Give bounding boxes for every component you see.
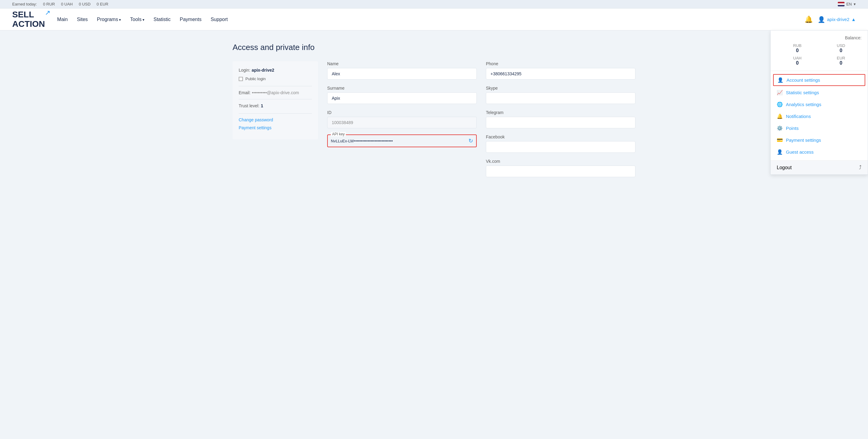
balance-usd-value: 0 (820, 48, 862, 53)
menu-notifications-label: Notifications (786, 114, 811, 119)
balance-rub-value: 0 (777, 48, 818, 53)
nav-payments[interactable]: Payments (180, 17, 202, 22)
content-grid: Login: apix-drive2 Public login Email: •… (232, 61, 636, 183)
chevron-down-icon: ▾ (854, 2, 856, 6)
main-nav: Main Sites Programs Tools Statistic Paym… (57, 17, 228, 22)
balance-title: Balance: (777, 35, 862, 40)
notification-bell-icon[interactable]: 🔔 (805, 15, 813, 24)
logo-text-action: ACTION (12, 20, 45, 29)
nav-main[interactable]: Main (57, 17, 68, 22)
menu-analytics-settings-label: Analytics settings (786, 102, 821, 107)
facebook-field-group: Facebook (486, 134, 636, 153)
right-panel: Phone Skype Telegram Facebook Vk.com (486, 61, 636, 183)
menu-statistic-settings[interactable]: 📈 Statistic settings (771, 87, 868, 98)
logo-text-sell: SELL (12, 10, 34, 20)
public-login-checkbox[interactable] (239, 77, 243, 81)
earned-uah: 0 UAH (61, 2, 73, 6)
menu-payment-settings[interactable]: 💳 Payment settings (771, 134, 868, 146)
phone-label: Phone (486, 61, 636, 66)
facebook-label: Facebook (486, 134, 636, 139)
id-input (327, 117, 477, 128)
email-label: Email: (239, 90, 251, 95)
phone-input[interactable] (486, 68, 636, 79)
statistic-settings-icon: 📈 (777, 90, 783, 95)
balance-uah-currency: UAH (777, 56, 818, 60)
menu-account-settings-label: Account settings (786, 77, 820, 82)
balance-eur-currency: EUR (820, 56, 862, 60)
menu-guest-access[interactable]: 👤 Guest access (771, 146, 868, 158)
earned-label: Earned today: (12, 2, 37, 6)
vk-input[interactable] (486, 166, 636, 177)
account-settings-icon: 👤 (777, 77, 783, 83)
left-panel: Login: apix-drive2 Public login Email: •… (232, 61, 318, 139)
logout-section[interactable]: Logout ⤴ (771, 160, 868, 174)
trust-value: 1 (261, 103, 263, 108)
balance-eur-value: 0 (820, 60, 862, 66)
menu-account-settings[interactable]: 👤 Account settings (773, 74, 865, 86)
dropdown-menu-list: 👤 Account settings 📈 Statistic settings … (771, 71, 868, 160)
nav-tools[interactable]: Tools (130, 17, 144, 22)
menu-guest-access-label: Guest access (786, 149, 814, 155)
refresh-api-key-icon[interactable]: ↻ (468, 137, 473, 144)
nav-sites[interactable]: Sites (77, 17, 88, 22)
logout-label: Logout (777, 165, 792, 170)
payment-settings-icon: 💳 (777, 137, 783, 143)
points-icon: ⚙️ (777, 125, 783, 131)
menu-analytics-settings[interactable]: 🌐 Analytics settings (771, 98, 868, 110)
api-key-input-row: ↻ (328, 135, 476, 147)
telegram-label: Telegram (486, 110, 636, 115)
id-label: ID (327, 110, 477, 115)
header: SELL ACTION ↗ Main Sites Programs Tools … (0, 8, 868, 31)
skype-input[interactable] (486, 92, 636, 104)
vk-label: Vk.com (486, 159, 636, 164)
balance-usd: USD 0 (820, 43, 862, 53)
analytics-settings-icon: 🌐 (777, 102, 783, 107)
login-value: apix-drive2 (252, 68, 274, 73)
user-menu-button[interactable]: 👤 apix-drive2 ▲ (818, 16, 856, 23)
menu-points[interactable]: ⚙️ Points (771, 122, 868, 134)
divider-2 (239, 99, 312, 99)
change-password-link[interactable]: Change password (239, 117, 312, 122)
surname-field-group: Surname (327, 86, 477, 104)
api-key-input[interactable] (331, 139, 468, 143)
balance-usd-currency: USD (820, 43, 862, 48)
trust-row: Trust level: 1 (239, 103, 312, 108)
surname-label: Surname (327, 86, 477, 91)
earnings-row: Earned today: 0 RUR 0 UAH 0 USD 0 EUR (12, 2, 108, 6)
id-field-group: ID (327, 110, 477, 128)
nav-support[interactable]: Support (211, 17, 228, 22)
logo-arrow-icon: ↗ (45, 9, 50, 17)
email-value: ••••••••••@apix-drive.com (252, 90, 299, 95)
facebook-input[interactable] (486, 141, 636, 153)
logo[interactable]: SELL ACTION ↗ (12, 10, 45, 29)
menu-points-label: Points (786, 126, 799, 131)
logout-icon: ⤴ (859, 164, 862, 171)
phone-field-group: Phone (486, 61, 636, 79)
divider-1 (239, 86, 312, 86)
balance-section: Balance: RUB 0 USD 0 UAH 0 EUR (771, 31, 868, 71)
main-content: Access and private info Login: apix-driv… (220, 31, 648, 195)
api-key-label: API key (331, 132, 346, 136)
payment-settings-link[interactable]: Payment settings (239, 125, 312, 130)
menu-notifications[interactable]: 🔔 Notifications (771, 110, 868, 122)
name-field-group: Name (327, 61, 477, 79)
divider-3 (239, 113, 312, 114)
balance-uah-value: 0 (777, 60, 818, 66)
guest-access-icon: 👤 (777, 149, 783, 155)
earned-eur: 0 EUR (97, 2, 108, 6)
nav-programs[interactable]: Programs (97, 17, 121, 22)
name-input[interactable] (327, 68, 477, 79)
skype-label: Skype (486, 86, 636, 91)
nav-statistic[interactable]: Statistic (154, 17, 170, 22)
public-login-row: Public login (239, 76, 312, 81)
surname-input[interactable] (327, 92, 477, 104)
language-selector[interactable]: EN ▾ (838, 2, 856, 6)
chevron-up-icon: ▲ (851, 17, 856, 22)
flag-icon (838, 2, 844, 6)
balance-grid: RUB 0 USD 0 UAH 0 EUR 0 (777, 43, 862, 66)
balance-eur: EUR 0 (820, 56, 862, 66)
login-label: Login: (239, 68, 250, 73)
telegram-input[interactable] (486, 117, 636, 128)
email-row: Email: ••••••••••@apix-drive.com (239, 90, 312, 95)
login-row: Login: apix-drive2 (239, 67, 312, 73)
